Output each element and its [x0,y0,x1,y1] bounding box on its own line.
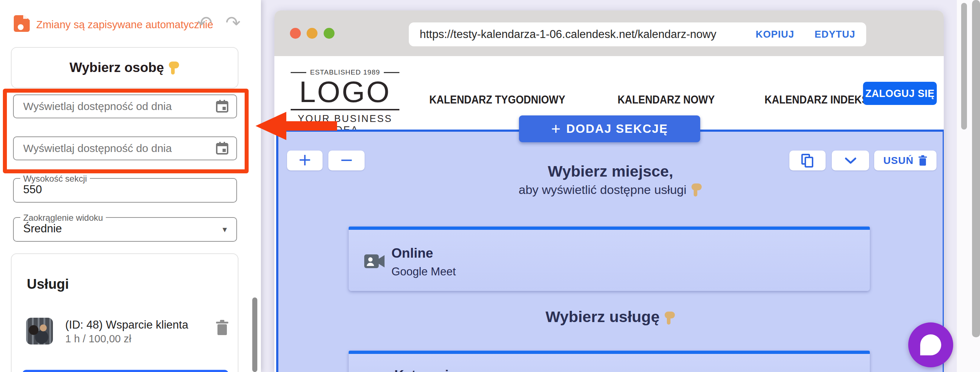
section-height-value: 550 [23,183,42,196]
browser-preview: https://testy-kalendarza-1-06.calendesk.… [274,11,944,372]
availability-to-field [13,136,237,160]
page-section: + − USUŃ [276,130,944,372]
choose-person-heading: Wybierz osobę [70,60,164,75]
copy-url-button[interactable]: KOPIUJ [756,29,794,40]
location-subtitle: Google Meet [391,265,456,278]
sidebar-scrollbar-thumb[interactable] [252,298,257,372]
sidebar-bottom-button[interactable] [22,370,228,372]
pointing-down-icon [665,310,676,325]
choose-place-title: Wybierz miejsce, [278,163,943,180]
traffic-light-minimize [307,28,318,39]
traffic-light-close [290,28,301,39]
choose-place-subtitle: aby wyświetlić dostępne usługi [278,182,943,197]
save-icon [14,15,30,32]
section-height-label: Wysokość sekcji [20,174,90,184]
url-bar: https://testy-kalendarza-1-06.calendesk.… [409,22,866,46]
location-title: Online [391,246,433,261]
choose-service-title: Wybierz usługę [278,308,943,326]
browser-chrome: https://testy-kalendarza-1-06.calendesk.… [274,11,944,56]
chevron-down-icon: ▾ [223,224,227,234]
view-rounding-select[interactable]: Zaokrąglenie widoku Średnie ▾ [13,217,237,242]
chat-widget-button[interactable] [908,323,953,367]
calendar-icon[interactable] [215,141,229,155]
chat-bubble-icon [920,334,941,355]
edit-url-button[interactable]: EDYTUJ [815,29,855,40]
calendar-icon[interactable] [215,100,229,113]
services-card: Usługi (ID: 48) Wsparcie klienta 1 h / 1… [11,253,239,372]
settings-sidebar: Zmiany są zapisywane automatycznie ↶ ↷ W… [0,0,261,372]
service-photo [26,318,53,345]
autosave-status: Zmiany są zapisywane automatycznie [36,19,213,31]
choose-person-card: Wybierz osobę [11,47,239,88]
nav-kalendarz-indeks[interactable]: KALENDARZ INDEKS [765,93,869,106]
logo-name: LOGO [291,77,399,107]
nav-kalendarz-tygodniowy[interactable]: KALENDARZ TYGODNIOWY [429,93,565,106]
pointing-down-icon [169,60,180,75]
undo-icon[interactable]: ↶ [197,12,212,33]
tutorial-arrow [250,110,339,142]
add-section-button[interactable]: + DODAJ SEKCJĘ [519,116,700,142]
login-button[interactable]: ZALOGUJ SIĘ [863,82,937,105]
availability-from-input[interactable] [22,100,215,113]
traffic-light-zoom [324,28,334,39]
category-card[interactable]: Kategoria ZWIŃ [348,351,870,372]
inner-scrollbar-thumb[interactable] [961,3,967,130]
plus-icon: + [551,120,561,138]
video-call-icon [364,253,385,269]
outer-scrollbar-thumb[interactable] [972,0,980,337]
category-title: Kategoria [394,368,456,372]
pointing-down-icon [692,182,702,197]
nav-kalendarz-nowy[interactable]: KALENDARZ NOWY [617,93,715,106]
services-heading: Usługi [27,277,69,292]
url-text: https://testy-kalendarza-1-06.calendesk.… [420,28,735,41]
availability-from-field [13,95,237,118]
availability-to-input[interactable] [22,142,215,155]
service-name: (ID: 48) Wsparcie klienta [65,318,188,331]
section-height-field[interactable]: Wysokość sekcji 550 [13,178,237,203]
editor-screen: Zmiany są zapisywane automatycznie ↶ ↷ W… [0,0,980,372]
view-rounding-label: Zaokrąglenie widoku [20,213,106,223]
trash-icon[interactable] [215,320,229,336]
service-details: 1 h / 100,00 zł [65,333,131,345]
redo-icon[interactable]: ↷ [226,12,241,33]
view-rounding-value: Średnie [23,222,62,235]
location-card-online[interactable]: Online Google Meet [348,226,870,291]
